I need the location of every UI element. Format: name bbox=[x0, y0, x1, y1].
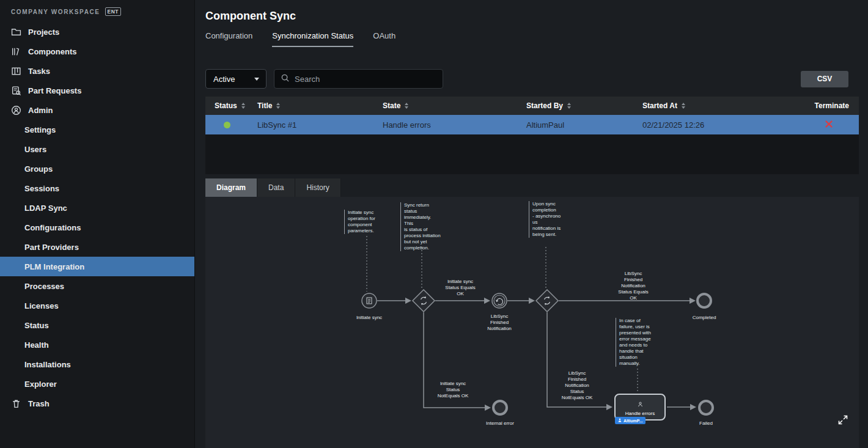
sidebar-item-label: Health bbox=[24, 340, 49, 350]
sidebar-item-users[interactable]: Users bbox=[0, 139, 194, 159]
tab-data[interactable]: Data bbox=[257, 178, 295, 197]
sidebar-item-label: Projects bbox=[28, 28, 59, 37]
sidebar: COMPANY WORKSPACE ENT Projects Component… bbox=[0, 0, 195, 448]
admin-icon bbox=[11, 105, 21, 116]
sidebar-item-part-requests[interactable]: Part Requests bbox=[0, 81, 194, 100]
sidebar-item-label: Components bbox=[28, 47, 76, 56]
workspace-badge: ENT bbox=[105, 7, 122, 16]
annotation-2: Sync return status immediately. This is … bbox=[400, 202, 441, 251]
tab-synchronization-status[interactable]: Synchronization Status bbox=[272, 31, 353, 47]
end-event-completed[interactable] bbox=[697, 294, 711, 307]
table-empty-area bbox=[205, 134, 859, 174]
sidebar-item-tasks[interactable]: Tasks bbox=[0, 61, 194, 81]
table-row[interactable]: LibSync #1 Handle errors AltiumPaul 02/2… bbox=[205, 115, 859, 134]
sidebar-item-label: Tasks bbox=[28, 67, 50, 76]
label-flow-fail-1: Initiate sync Status NotEquals OK bbox=[428, 381, 477, 399]
col-state: State bbox=[373, 101, 517, 110]
table-header: Status Title State Started By Started At… bbox=[205, 97, 859, 115]
sidebar-nav: Projects Components Tasks Part Requests … bbox=[0, 22, 194, 413]
workspace-title: COMPANY WORKSPACE bbox=[11, 9, 100, 15]
row-terminate-cell bbox=[810, 120, 859, 130]
trash-icon bbox=[11, 398, 21, 409]
sidebar-item-label: LDAP Sync bbox=[24, 204, 67, 213]
main-content: Component Sync Configuration Synchroniza… bbox=[195, 0, 868, 448]
sidebar-item-configurations[interactable]: Configurations bbox=[0, 218, 194, 237]
gateway-2[interactable] bbox=[536, 290, 558, 312]
sort-icon[interactable] bbox=[682, 103, 685, 109]
toolbar: Active CSV bbox=[205, 69, 859, 89]
label-end-completed: Completed bbox=[680, 315, 729, 321]
label-flow-ok-1: Initiate sync Status Equals OK bbox=[436, 279, 485, 297]
part-requests-icon bbox=[11, 86, 21, 96]
folder-icon bbox=[11, 27, 21, 37]
row-status-cell bbox=[205, 122, 248, 128]
label-start: Initiate sync bbox=[345, 315, 394, 321]
search-box[interactable] bbox=[274, 69, 443, 89]
start-event[interactable] bbox=[362, 293, 377, 308]
status-dot bbox=[224, 122, 230, 128]
sort-icon[interactable] bbox=[276, 103, 280, 109]
task-label: Handle errors bbox=[625, 411, 655, 416]
col-title: Title bbox=[248, 101, 373, 110]
row-started-at: 02/21/2025 12:26 bbox=[633, 120, 810, 130]
sidebar-item-label: PLM Integration bbox=[24, 262, 84, 271]
sidebar-item-part-providers[interactable]: Part Providers bbox=[0, 237, 194, 257]
label-flow-fail-2: LibSync Finished Notification Status Not… bbox=[553, 370, 601, 401]
terminate-icon[interactable] bbox=[825, 120, 833, 130]
sidebar-item-label: Explorer bbox=[24, 380, 57, 389]
intermediate-event[interactable] bbox=[492, 293, 507, 308]
sidebar-item-label: Admin bbox=[28, 106, 53, 115]
sidebar-item-plm-integration[interactable]: PLM Integration bbox=[0, 257, 194, 276]
annotation-4: In case of failure, user is presented wi… bbox=[616, 318, 652, 367]
sidebar-item-trash[interactable]: Trash bbox=[0, 394, 194, 413]
sidebar-item-installations[interactable]: Installations bbox=[0, 354, 194, 374]
chevron-down-icon bbox=[254, 78, 259, 81]
sidebar-item-label: Settings bbox=[24, 125, 56, 134]
end-event-failed[interactable] bbox=[699, 401, 713, 414]
sidebar-item-settings[interactable]: Settings bbox=[0, 120, 194, 139]
col-started-at: Started At bbox=[633, 101, 810, 110]
sort-icon[interactable] bbox=[405, 103, 408, 109]
page-title: Component Sync bbox=[205, 10, 859, 23]
search-input[interactable] bbox=[295, 75, 436, 84]
sidebar-item-groups[interactable]: Groups bbox=[0, 159, 194, 178]
sidebar-item-explorer[interactable]: Explorer bbox=[0, 374, 194, 394]
label-end-failed: Failed bbox=[682, 420, 730, 427]
tab-history[interactable]: History bbox=[295, 178, 340, 197]
fullscreen-icon[interactable] bbox=[838, 415, 848, 425]
detail-tabs: Diagram Data History bbox=[205, 178, 859, 197]
sidebar-item-label: Sessions bbox=[24, 184, 59, 193]
sidebar-item-status[interactable]: Status bbox=[0, 315, 194, 335]
tab-diagram[interactable]: Diagram bbox=[205, 178, 257, 197]
sidebar-item-ldap-sync[interactable]: LDAP Sync bbox=[0, 198, 194, 218]
sync-table: Status Title State Started By Started At… bbox=[205, 97, 859, 174]
sidebar-item-health[interactable]: Health bbox=[0, 335, 194, 354]
sidebar-item-processes[interactable]: Processes bbox=[0, 276, 194, 296]
sidebar-item-admin[interactable]: Admin bbox=[0, 100, 194, 120]
col-terminate: Terminate bbox=[810, 101, 859, 110]
sort-icon[interactable] bbox=[241, 103, 245, 109]
sort-icon[interactable] bbox=[567, 103, 571, 109]
tab-oauth[interactable]: OAuth bbox=[373, 31, 395, 47]
sidebar-item-components[interactable]: Components bbox=[0, 42, 194, 61]
page-tabs: Configuration Synchronization Status OAu… bbox=[205, 31, 859, 47]
sidebar-item-sessions[interactable]: Sessions bbox=[0, 178, 194, 198]
status-filter-select[interactable]: Active bbox=[205, 69, 267, 89]
gateway-1[interactable] bbox=[413, 290, 435, 312]
annotation-1: Initiate sync operation for component pa… bbox=[344, 210, 382, 234]
sidebar-item-label: Trash bbox=[28, 399, 50, 408]
row-started-by: AltiumPaul bbox=[517, 120, 633, 130]
annotation-3: Upon sync completion - asynchrono us not… bbox=[529, 201, 563, 238]
csv-button[interactable]: CSV bbox=[801, 71, 848, 87]
sidebar-item-label: Configurations bbox=[24, 223, 81, 232]
sidebar-item-label: Status bbox=[24, 321, 49, 330]
sidebar-item-licenses[interactable]: Licenses bbox=[0, 296, 194, 315]
end-event-internal-error[interactable] bbox=[493, 401, 507, 414]
tasks-icon bbox=[11, 66, 21, 76]
sidebar-item-label: Processes bbox=[24, 282, 64, 291]
row-title: LibSync #1 bbox=[248, 120, 373, 130]
sidebar-item-projects[interactable]: Projects bbox=[0, 22, 194, 42]
app-root: COMPANY WORKSPACE ENT Projects Component… bbox=[0, 0, 868, 448]
tab-configuration[interactable]: Configuration bbox=[205, 31, 252, 47]
search-icon bbox=[281, 73, 290, 85]
